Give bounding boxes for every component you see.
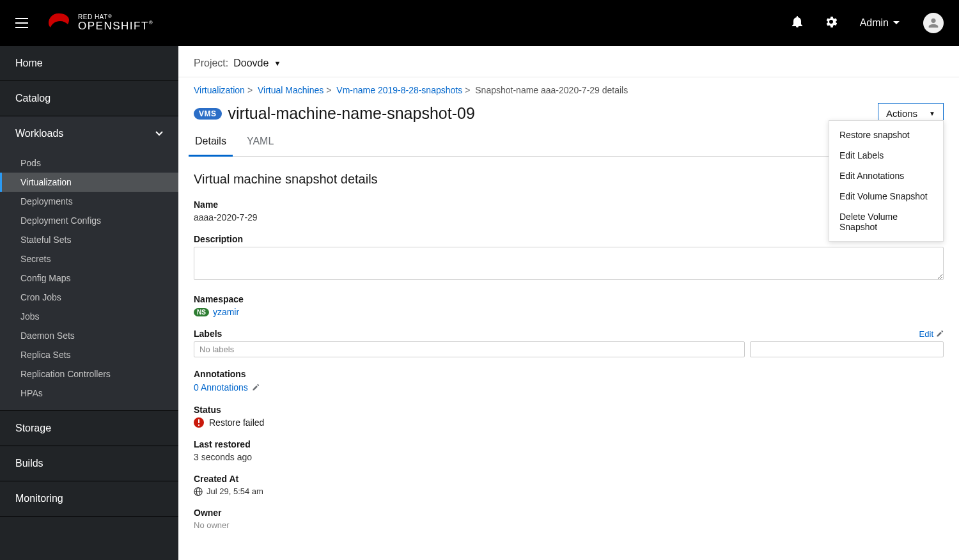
- tab-details[interactable]: Details: [194, 132, 228, 156]
- labels-label: Labels: [194, 329, 222, 339]
- owner-label: Owner: [194, 508, 944, 518]
- svg-rect-1: [198, 419, 199, 423]
- status-value: Restore failed: [209, 417, 264, 428]
- action-edit-annotations[interactable]: Edit Annotations: [829, 166, 943, 186]
- top-bar: RED HAT® OPENSHIFT® Admin: [0, 0, 959, 46]
- gear-icon[interactable]: [825, 16, 837, 30]
- sidebar-item-secrets[interactable]: Secrets: [0, 249, 178, 268]
- tab-yaml[interactable]: YAML: [246, 132, 275, 156]
- action-edit-labels[interactable]: Edit Labels: [829, 145, 943, 166]
- project-value: Doovde: [233, 58, 269, 69]
- chevron-down-icon: [155, 130, 163, 137]
- resource-badge: VMS: [194, 108, 222, 120]
- brand-text: RED HAT® OPENSHIFT®: [78, 14, 153, 32]
- sidebar-item-hpas[interactable]: HPAs: [0, 384, 178, 403]
- created-at-label: Created At: [194, 474, 944, 484]
- sidebar-item-home[interactable]: Home: [0, 46, 178, 81]
- user-menu[interactable]: Admin: [860, 17, 900, 29]
- topbar-left: RED HAT® OPENSHIFT®: [15, 10, 153, 36]
- brand-bottom: OPENSHIFT: [78, 20, 149, 32]
- sidebar-item-statefulsets[interactable]: Stateful Sets: [0, 230, 178, 249]
- sidebar-item-jobs[interactable]: Jobs: [0, 307, 178, 326]
- breadcrumb: Virtualization> Virtual Machines> Vm-nam…: [194, 85, 944, 95]
- hamburger-icon[interactable]: [15, 18, 28, 28]
- breadcrumb-vm-snapshots[interactable]: Vm-name 2019-8-28-snapshots: [336, 85, 462, 95]
- pencil-icon: [936, 330, 944, 338]
- workloads-label: Workloads: [15, 128, 63, 139]
- namespace-label: Namespace: [194, 294, 944, 304]
- created-at-value: Jul 29, 5:54 am: [207, 486, 263, 496]
- sidebar-item-monitoring[interactable]: Monitoring: [0, 481, 178, 516]
- actions-dropdown: Restore snapshot Edit Labels Edit Annota…: [829, 120, 944, 242]
- pencil-icon: [252, 384, 260, 391]
- sidebar-item-deployments[interactable]: Deployments: [0, 192, 178, 211]
- sidebar: Home Catalog Workloads Pods Virtualizati…: [0, 46, 178, 560]
- sidebar-item-replication-controllers[interactable]: Replication Controllers: [0, 364, 178, 384]
- topbar-right: Admin: [792, 13, 944, 33]
- sidebar-item-cronjobs[interactable]: Cron Jobs: [0, 288, 178, 307]
- sidebar-item-workloads[interactable]: Workloads: [0, 116, 178, 151]
- annotations-value: 0 Annotations: [194, 382, 248, 393]
- brand-top: RED HAT: [78, 13, 108, 20]
- sidebar-item-storage[interactable]: Storage: [0, 411, 178, 446]
- action-restore-snapshot[interactable]: Restore snapshot: [829, 125, 943, 145]
- breadcrumb-virtualization[interactable]: Virtualization: [194, 85, 245, 95]
- error-icon: [194, 417, 204, 428]
- sidebar-item-configmaps[interactable]: Config Maps: [0, 268, 178, 288]
- annotations-link[interactable]: 0 Annotations: [194, 382, 260, 393]
- project-selector[interactable]: Project: Doovde ▼: [178, 46, 959, 77]
- breadcrumb-vms[interactable]: Virtual Machines: [258, 85, 324, 95]
- content-area: Project: Doovde ▼ Virtualization> Virtua…: [178, 46, 959, 560]
- sidebar-item-builds[interactable]: Builds: [0, 446, 178, 481]
- workloads-submenu: Pods Virtualization Deployments Deployme…: [0, 151, 178, 410]
- edit-label: Edit: [919, 329, 933, 339]
- chevron-down-icon: [893, 19, 900, 27]
- namespace-link[interactable]: yzamir: [213, 307, 239, 317]
- sidebar-item-pods[interactable]: Pods: [0, 153, 178, 173]
- svg-rect-2: [198, 424, 199, 426]
- breadcrumb-current: Snapshot-name aaa-2020-7-29 details: [475, 85, 628, 95]
- sidebar-item-daemonsets[interactable]: Daemon Sets: [0, 326, 178, 345]
- labels-edit-link[interactable]: Edit: [919, 329, 944, 339]
- page-title: virtual-machine-name-snapshot-09: [228, 104, 475, 123]
- caret-down-icon: ▼: [929, 110, 935, 117]
- caret-down-icon: ▼: [274, 59, 281, 67]
- project-label: Project:: [194, 58, 228, 69]
- actions-label: Actions: [886, 108, 917, 119]
- last-restored-label: Last restored: [194, 439, 944, 449]
- status-label: Status: [194, 405, 944, 415]
- redhat-icon: [46, 10, 72, 36]
- action-edit-volume-snapshot[interactable]: Edit Volume Snapshot: [829, 186, 943, 206]
- admin-label: Admin: [860, 17, 889, 29]
- namespace-badge: NS: [194, 308, 209, 316]
- description-input[interactable]: [194, 247, 944, 280]
- brand-logo: RED HAT® OPENSHIFT®: [46, 10, 153, 36]
- labels-extra-box[interactable]: [750, 341, 944, 357]
- owner-value: No owner: [194, 520, 944, 530]
- sidebar-item-virtualization[interactable]: Virtualization: [0, 173, 178, 192]
- sidebar-item-deployment-configs[interactable]: Deployment Configs: [0, 211, 178, 230]
- globe-icon: [194, 487, 203, 496]
- labels-input[interactable]: No labels: [194, 341, 745, 357]
- avatar[interactable]: [923, 13, 944, 33]
- annotations-label: Annotations: [194, 369, 944, 379]
- action-delete-volume-snapshot[interactable]: Delete Volume Snapshot: [829, 206, 943, 237]
- sidebar-item-catalog[interactable]: Catalog: [0, 81, 178, 116]
- bell-icon[interactable]: [792, 16, 802, 30]
- sidebar-item-replicasets[interactable]: Replica Sets: [0, 345, 178, 364]
- last-restored-value: 3 seconds ago: [194, 452, 944, 462]
